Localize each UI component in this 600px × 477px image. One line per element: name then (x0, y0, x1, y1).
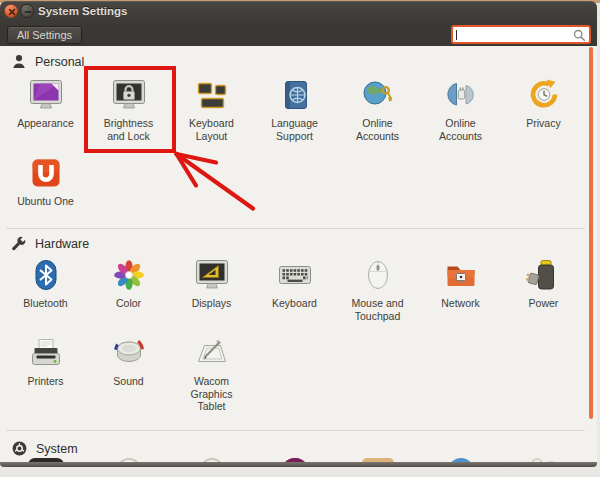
tile-label: Network (441, 297, 480, 310)
search-field[interactable] (451, 25, 591, 44)
tile-label: Ubuntu One (17, 195, 74, 208)
ubuntu-one-icon (28, 155, 64, 191)
window-topbar: System Settings All Settings (0, 1, 597, 46)
network-icon (443, 257, 479, 293)
tile-color[interactable]: Color (87, 257, 170, 322)
tile-label: Keyboard Layout (179, 117, 245, 142)
titlebar[interactable]: System Settings (0, 1, 597, 23)
tile-power[interactable]: Power (502, 257, 585, 322)
tile-keyboard[interactable]: Keyboard (253, 257, 336, 322)
section-separator (6, 430, 585, 431)
tile-language-support[interactable]: Language Support (253, 77, 336, 142)
tile-bluetooth[interactable]: Bluetooth (4, 257, 87, 322)
language-support-icon (277, 77, 313, 113)
tile-label: Sound (113, 375, 143, 388)
screenshot-canvas: System Settings All Settings Personal (0, 0, 600, 477)
section-separator (6, 228, 585, 229)
section-header-system: System (11, 440, 78, 457)
personal-row-2: Ubuntu One (4, 155, 87, 208)
minimize-icon (23, 7, 33, 17)
privacy-icon (526, 77, 562, 113)
bluetooth-icon (28, 257, 64, 293)
color-icon (111, 257, 147, 293)
minimize-button[interactable] (20, 4, 34, 18)
window-title: System Settings (38, 5, 127, 17)
hardware-row-2: Printers Sound (4, 335, 253, 413)
keyboard-layout-icon (194, 77, 230, 113)
section-header-personal: Personal (11, 53, 84, 70)
tile-sound[interactable]: Sound (87, 335, 170, 413)
tile-label: Appearance (17, 117, 74, 130)
tile-mouse-touchpad[interactable]: Mouse and Touchpad (336, 257, 419, 322)
tile-label: Displays (192, 297, 232, 310)
tile-label: Bluetooth (23, 297, 67, 310)
window-bottom-border (0, 462, 597, 467)
tile-label: Power (529, 297, 559, 310)
printer-icon (28, 335, 64, 371)
wacom-icon (194, 335, 230, 371)
search-input[interactable] (457, 27, 569, 42)
close-button[interactable] (4, 4, 18, 18)
all-settings-button[interactable]: All Settings (7, 26, 82, 44)
keyboard-icon (277, 257, 313, 293)
overlay-scrollbar-thumb[interactable] (589, 47, 593, 419)
tile-label: Wacom Graphics Tablet (179, 375, 245, 413)
displays-icon (194, 257, 230, 293)
tile-appearance[interactable]: Appearance (4, 77, 87, 142)
annotation-highlight-box (84, 66, 176, 153)
tile-label: Language Support (262, 117, 328, 142)
online-accounts-icon (360, 77, 396, 113)
tile-wacom-tablet[interactable]: Wacom Graphics Tablet (170, 335, 253, 413)
tile-network[interactable]: Network (419, 257, 502, 322)
section-header-hardware: Hardware (11, 236, 89, 252)
close-icon (7, 7, 17, 17)
tile-online-accounts-2[interactable]: Online Accounts (419, 77, 502, 142)
tile-ubuntu-one[interactable]: Ubuntu One (4, 155, 87, 208)
hardware-row-1: Bluetooth (4, 257, 585, 322)
sound-icon (111, 335, 147, 371)
tile-privacy[interactable]: Privacy (502, 77, 585, 142)
tile-printers[interactable]: Printers (4, 335, 87, 413)
tile-label: Keyboard (272, 297, 317, 310)
tile-label: Online Accounts (345, 117, 411, 142)
tile-label: Printers (27, 375, 63, 388)
search-icon (573, 29, 586, 42)
tile-keyboard-layout[interactable]: Keyboard Layout (170, 77, 253, 142)
tile-label: Mouse and Touchpad (345, 297, 411, 322)
tile-displays[interactable]: Displays (170, 257, 253, 322)
wrench-icon (11, 236, 27, 252)
appearance-icon (28, 77, 64, 113)
tile-online-accounts[interactable]: Online Accounts (336, 77, 419, 142)
system-gear-icon (11, 440, 28, 457)
tile-label: Privacy (526, 117, 560, 130)
person-icon (11, 53, 27, 70)
mouse-icon (360, 257, 396, 293)
tile-label: Color (116, 297, 141, 310)
tile-label: Online Accounts (428, 117, 494, 142)
power-icon (526, 257, 562, 293)
online-accounts-alt-icon (443, 77, 479, 113)
